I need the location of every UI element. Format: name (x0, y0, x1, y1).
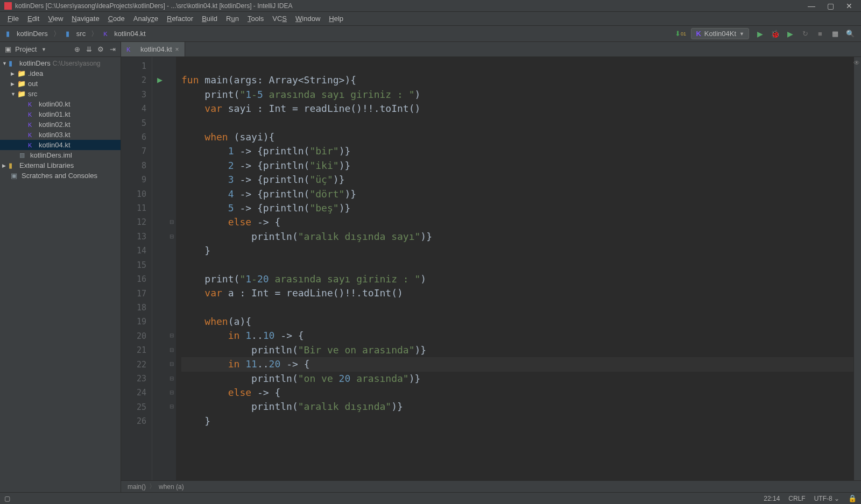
breadcrumb: ▮ kotlinDers 〉 ▮ src 〉 K kotlin04.kt (3, 29, 149, 39)
maximize-button[interactable]: ▢ (827, 2, 834, 10)
project-view-icon[interactable]: ▣ (3, 45, 13, 54)
line-numbers-gutter[interactable]: 1234567891011121314151617181920212223242… (121, 57, 152, 480)
run-coverage-button[interactable]: ▶ (784, 28, 796, 40)
tree-idea-label: .idea (28, 69, 43, 77)
gear-icon[interactable]: ⚙ (96, 45, 105, 54)
scroll-from-source-icon[interactable]: ⊕ (72, 45, 82, 54)
tree-src[interactable]: ▼ 📁 src (0, 89, 121, 99)
menu-help[interactable]: Help (324, 13, 348, 24)
title-bar: kotlinDers [C:\Users\yasong\IdeaProjects… (0, 0, 861, 12)
menu-navigate[interactable]: Navigate (67, 13, 103, 24)
app-icon (4, 2, 12, 10)
tree-file-label: kotlin02.kt (39, 120, 70, 129)
editor-scrollbar[interactable]: 👁 (853, 57, 861, 480)
breadcrumb-file[interactable]: K kotlin04.kt (101, 29, 149, 39)
breadcrumb-file-label: kotlin04.kt (114, 30, 146, 38)
tree-src-label: src (28, 90, 37, 98)
kotlin-file-icon: K (28, 122, 37, 128)
scratches-icon: ▣ (11, 172, 19, 180)
tree-file[interactable]: K kotlin00.kt (0, 99, 121, 109)
minimize-button[interactable]: — (808, 2, 815, 10)
tree-scratches-label: Scratches and Consoles (22, 172, 97, 180)
iml-file-icon: ▥ (19, 152, 28, 159)
menu-tools[interactable]: Tools (243, 13, 268, 24)
tree-external-label: External Libraries (19, 161, 74, 169)
expand-arrow-icon[interactable]: ▶ (2, 163, 9, 168)
gutter-fold[interactable]: ⊟⊟⊟⊟⊟⊟⊟⊟ (167, 57, 176, 480)
tree-file[interactable]: K kotlin03.kt (0, 130, 121, 140)
crumb-function[interactable]: main() (128, 483, 146, 491)
menu-window[interactable]: Window (291, 13, 324, 24)
menu-run[interactable]: Run (222, 13, 243, 24)
expand-arrow-icon[interactable]: ▼ (2, 61, 9, 66)
source-folder-icon: 📁 (17, 90, 26, 98)
tree-scratches[interactable]: ▣ Scratches and Consoles (0, 171, 121, 181)
tree-idea[interactable]: ▶ 📁 .idea (0, 68, 121, 79)
folder-icon: 📁 (17, 80, 26, 88)
tool-window-toggle-icon[interactable]: ▢ (4, 495, 10, 502)
menu-refactor[interactable]: Refactor (163, 13, 197, 24)
menu-code[interactable]: Code (104, 13, 129, 24)
library-icon: ▮ (9, 161, 17, 169)
editor-tabs: K kotlin04.kt × (121, 42, 861, 57)
module-icon: ▮ (9, 59, 17, 67)
editor-area: K kotlin04.kt × 123456789101112131415161… (121, 42, 861, 492)
run-button[interactable]: ▶ (754, 28, 766, 40)
build-icon[interactable]: ⬇01 (674, 28, 686, 40)
kotlin-file-icon: K (28, 132, 37, 138)
run-config-label: Kotlin04Kt (704, 30, 736, 38)
close-button[interactable]: ✕ (846, 2, 852, 10)
menu-analyze[interactable]: Analyze (129, 13, 163, 24)
breadcrumb-root-label: kotlinDers (17, 30, 48, 38)
profiler-button[interactable]: ↻ (799, 28, 811, 40)
tree-out-label: out (28, 80, 38, 88)
tree-root-label: kotlinDers (19, 59, 51, 67)
menu-view[interactable]: View (44, 13, 67, 24)
tree-file[interactable]: K kotlin02.kt (0, 119, 121, 130)
tree-file[interactable]: K kotlin01.kt (0, 109, 121, 119)
menu-edit[interactable]: Edit (23, 13, 44, 24)
tree-root[interactable]: ▼ ▮ kotlinDers C:\Users\yasong (0, 58, 121, 68)
editor-tab[interactable]: K kotlin04.kt × (121, 42, 185, 56)
menu-build[interactable]: Build (197, 13, 222, 24)
run-config-selector[interactable]: K Kotlin04Kt ▼ (691, 28, 749, 39)
project-label: Project (15, 45, 37, 53)
project-header: ▣ Project ▼ ⊕ ⇊ ⚙ ⇥ (0, 42, 121, 57)
code-editor[interactable]: fun main(args: Array<String>){ print("1-… (176, 57, 853, 480)
project-tree[interactable]: ▼ ▮ kotlinDers C:\Users\yasong ▶ 📁 .idea… (0, 57, 121, 492)
tree-file-selected[interactable]: K kotlin04.kt (0, 140, 121, 150)
editor-breadcrumb: main() 〉 when (a) (121, 480, 861, 492)
menu-vcs[interactable]: VCS (268, 13, 291, 24)
editor-tab-label: kotlin04.kt (140, 45, 172, 53)
debug-button[interactable]: 🐞 (769, 28, 781, 40)
folder-icon: ▮ (6, 30, 15, 38)
tree-iml[interactable]: ▥ kotlinDers.iml (0, 150, 121, 160)
breadcrumb-root[interactable]: ▮ kotlinDers (3, 29, 51, 39)
gutter-icons: ▶ (152, 57, 167, 480)
cursor-position[interactable]: 22:14 (764, 495, 780, 502)
lock-icon[interactable]: 🔒 (848, 494, 857, 502)
expand-arrow-icon[interactable]: ▶ (11, 71, 17, 76)
run-gutter-icon[interactable]: ▶ (152, 73, 167, 87)
chevron-icon: 〉 (149, 482, 156, 491)
line-ending[interactable]: CRLF (788, 495, 805, 502)
breadcrumb-src[interactable]: ▮ src (63, 29, 88, 39)
hide-icon[interactable]: ⇥ (108, 45, 117, 54)
expand-arrow-icon[interactable]: ▼ (11, 91, 17, 97)
close-tab-button[interactable]: × (175, 46, 179, 53)
structure-button[interactable]: ▦ (829, 28, 841, 40)
collapse-all-icon[interactable]: ⇊ (84, 45, 94, 54)
inspection-eye-icon[interactable]: 👁 (853, 59, 860, 67)
menu-file[interactable]: File (3, 13, 23, 24)
search-everywhere-button[interactable]: 🔍 (844, 28, 856, 40)
tree-external-libraries[interactable]: ▶ ▮ External Libraries (0, 160, 121, 171)
chevron-down-icon[interactable]: ▼ (39, 45, 48, 54)
file-encoding[interactable]: UTF-8 ⌄ (814, 495, 839, 502)
expand-arrow-icon[interactable]: ▶ (11, 81, 17, 87)
crumb-block[interactable]: when (a) (159, 483, 184, 491)
tree-file-label: kotlin03.kt (39, 131, 70, 139)
editor-body[interactable]: 1234567891011121314151617181920212223242… (121, 57, 861, 480)
tree-out[interactable]: ▶ 📁 out (0, 79, 121, 89)
status-bar: ▢ 22:14 CRLF UTF-8 ⌄ 🔒 (0, 492, 861, 504)
stop-button[interactable]: ■ (814, 28, 826, 40)
